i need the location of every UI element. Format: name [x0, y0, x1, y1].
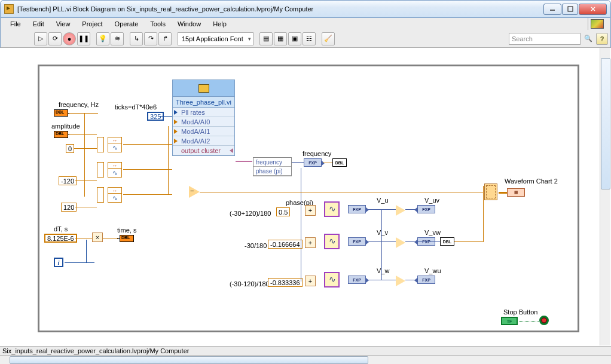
to-fxp-vv[interactable]: [348, 237, 366, 246]
to-fxp-vu[interactable]: [348, 205, 366, 213]
labview-logo[interactable]: [588, 18, 606, 30]
wire: [499, 192, 507, 194]
run-button[interactable]: ▷: [34, 32, 47, 45]
vertical-scrollbar[interactable]: [600, 48, 610, 345]
multiply-node[interactable]: ×: [92, 233, 103, 242]
cleanup-button[interactable]: 🧹: [322, 32, 335, 45]
subvi-in-moda-ai1[interactable]: ModA/AI1: [173, 127, 234, 136]
indicator-vwu[interactable]: [417, 276, 435, 284]
unbundle-frequency[interactable]: frequency: [253, 158, 291, 167]
build-array-2[interactable]: [97, 162, 104, 178]
indicator-vvw-dbl[interactable]: [440, 237, 454, 246]
subvi-three-phase-pll[interactable]: Three_phase_pll.vi Pll rates ModA/AI0 Mo…: [172, 79, 235, 156]
abort-button[interactable]: ●: [63, 32, 76, 45]
control-frequency[interactable]: [54, 109, 68, 117]
step-over-button[interactable]: ↷: [144, 32, 157, 45]
add-node-2[interactable]: +: [305, 237, 316, 248]
pause-button[interactable]: ❚❚: [77, 32, 90, 45]
sine-gen-1[interactable]: ↔: [108, 137, 122, 152]
const-phase-half[interactable]: 0.5: [276, 207, 290, 216]
highlight-exec-button[interactable]: 💡: [96, 32, 109, 45]
menu-project[interactable]: Project: [77, 19, 107, 29]
search-input[interactable]: Search: [509, 33, 581, 45]
sub-vw[interactable]: [396, 237, 405, 248]
bundle-node[interactable]: [484, 183, 497, 200]
unbundle-phase[interactable]: phase (pi): [253, 167, 291, 176]
label-vvw: V_vw: [424, 229, 441, 236]
wire: [405, 241, 440, 242]
horizontal-scrollbar[interactable]: [0, 356, 611, 364]
to-fxp-vw[interactable]: [348, 276, 366, 284]
resize-button[interactable]: ▣: [288, 32, 301, 45]
menu-tools[interactable]: Tools: [145, 19, 170, 29]
subvi-in-moda-ai2[interactable]: ModA/AI2: [173, 136, 234, 146]
app-icon: [4, 4, 14, 14]
label-phase-expr-1: (-30+120)/180: [230, 210, 271, 217]
menu-file[interactable]: File: [5, 19, 26, 29]
label-stop: Stop Button: [503, 308, 538, 316]
wire: [75, 181, 97, 181]
const-phase-neg[interactable]: -0.166664: [268, 240, 303, 249]
while-loop-structure[interactable]: frequency, Hz amplitude 0 -120 120 ticks…: [38, 65, 579, 332]
loop-stop-terminal[interactable]: [539, 316, 549, 325]
sub-uv[interactable]: [396, 205, 405, 216]
indicator-vuv[interactable]: [417, 205, 435, 213]
add-node-1[interactable]: +: [305, 205, 316, 216]
add-node-3[interactable]: +: [305, 276, 316, 286]
const-phase-neg2[interactable]: -0.833336: [268, 278, 303, 287]
label-vu: V_u: [377, 197, 389, 204]
to-fxp-frequency[interactable]: [304, 158, 322, 167]
menu-edit[interactable]: Edit: [28, 19, 49, 29]
step-out-button[interactable]: ↱: [158, 32, 172, 45]
context-help-button[interactable]: ?: [596, 33, 608, 45]
scrollbar-thumb[interactable]: [10, 356, 368, 364]
wire: [168, 126, 169, 195]
run-continuous-button[interactable]: ⟳: [48, 32, 62, 45]
control-stop[interactable]: TF: [501, 317, 518, 325]
label-time: time, s: [117, 227, 136, 234]
sine-func-2[interactable]: [324, 234, 340, 249]
indicator-time[interactable]: [120, 235, 134, 242]
wire: [123, 194, 172, 195]
control-dt[interactable]: 8.125E-6: [44, 234, 77, 243]
wire: [84, 113, 85, 197]
indicator-frequency[interactable]: [332, 158, 347, 167]
subvi-in-pllrates[interactable]: Pll rates: [173, 108, 234, 117]
waveform-chart-terminal[interactable]: ▦: [507, 188, 525, 197]
subvi-in-moda-ai0[interactable]: ModA/AI0: [173, 117, 234, 127]
close-button[interactable]: [579, 4, 607, 15]
retain-wires-button[interactable]: ≋: [111, 32, 124, 45]
unbundle-by-name[interactable]: frequency phase (pi): [253, 157, 292, 176]
step-into-button[interactable]: ↳: [130, 32, 143, 45]
sine-func-3[interactable]: [324, 272, 340, 287]
control-amplitude[interactable]: [54, 131, 68, 138]
align-button[interactable]: ▤: [259, 32, 273, 45]
sine-func-1[interactable]: [324, 201, 340, 217]
scrollbar-thumb[interactable]: [601, 58, 610, 189]
sub-wu[interactable]: [396, 276, 405, 286]
sine-gen-2[interactable]: ↔: [108, 162, 122, 178]
const-zero[interactable]: 0: [66, 144, 74, 153]
const-pos120[interactable]: 120: [61, 203, 77, 212]
sine-gen-3[interactable]: ↔: [108, 187, 122, 203]
diagram-canvas[interactable]: frequency, Hz amplitude 0 -120 120 ticks…: [1, 48, 597, 345]
const-neg120[interactable]: -120: [59, 176, 77, 185]
subtract-node[interactable]: [189, 186, 200, 198]
distribute-button[interactable]: ▦: [274, 32, 287, 45]
font-label: 15pt Application Font: [182, 35, 243, 42]
wire: [123, 144, 172, 145]
font-selector[interactable]: 15pt Application Font: [178, 32, 253, 45]
maximize-button[interactable]: [562, 4, 578, 15]
reorder-button[interactable]: ☷: [303, 32, 316, 45]
search-icon[interactable]: 🔍: [582, 32, 595, 45]
minimize-button[interactable]: [543, 4, 561, 15]
build-array-3[interactable]: [97, 187, 104, 203]
menu-window[interactable]: Window: [173, 19, 206, 29]
build-array-1[interactable]: [97, 137, 104, 152]
menu-help[interactable]: Help: [208, 19, 231, 29]
menu-view[interactable]: View: [51, 19, 75, 29]
label-phase-expr-2: -30/180: [245, 242, 267, 249]
subvi-out-cluster[interactable]: output cluster: [173, 146, 234, 155]
loop-iteration-terminal[interactable]: i: [54, 258, 63, 267]
menu-operate[interactable]: Operate: [110, 19, 143, 29]
